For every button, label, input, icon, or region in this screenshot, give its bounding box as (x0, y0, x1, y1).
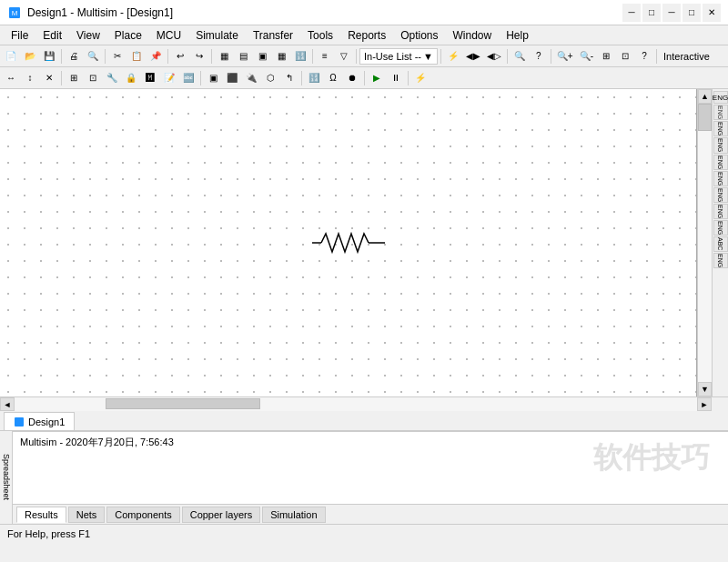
menu-place[interactable]: Place (107, 25, 149, 45)
t2-btn1[interactable]: ↔ (2, 69, 20, 87)
menu-reports[interactable]: Reports (340, 25, 393, 45)
new-btn[interactable]: 📄 (2, 47, 20, 65)
zoom-out-btn[interactable]: 🔍- (577, 47, 596, 65)
t2-btn16[interactable]: 🔢 (305, 69, 323, 87)
menu-tools[interactable]: Tools (300, 25, 340, 45)
menu-help[interactable]: Help (499, 25, 536, 45)
t2-btn18[interactable]: ⏺ (343, 69, 361, 87)
sep10 (656, 49, 657, 64)
app-icon: M (7, 5, 22, 20)
menu-options[interactable]: Options (393, 25, 445, 45)
zoom-q-btn[interactable]: ? (635, 47, 653, 65)
tb4-btn2[interactable]: ▤ (234, 47, 252, 65)
zoom-full-btn[interactable]: ⊡ (616, 47, 634, 65)
t2-btn8[interactable]: 🅼 (141, 69, 159, 87)
scroll-up-btn[interactable]: ▲ (698, 89, 712, 104)
zoom-fit-btn[interactable]: ⊞ (597, 47, 615, 65)
tb4-btn5[interactable]: 🔢 (291, 47, 309, 65)
tb6-btn1[interactable]: ⚡ (444, 47, 462, 65)
minimize-btn[interactable]: ─ (662, 4, 681, 22)
t2-btn11[interactable]: ▣ (204, 69, 222, 87)
simulate-pause-btn[interactable]: ⏸ (387, 69, 405, 87)
menu-simulate[interactable]: Simulate (188, 25, 246, 45)
undo-btn[interactable]: ↩ (171, 47, 189, 65)
rp-item-10[interactable]: ABC (713, 236, 728, 251)
copy-btn[interactable]: 📋 (127, 47, 146, 65)
rp-item-9[interactable]: ENG (713, 220, 728, 236)
tb6-btn3[interactable]: ◀▷ (484, 47, 504, 65)
horizontal-scrollbar[interactable]: ◄ ► (0, 396, 728, 411)
t2-btn5[interactable]: ⊡ (84, 69, 102, 87)
tb5-btn2[interactable]: ▽ (335, 47, 353, 65)
menu-transfer[interactable]: Transfer (246, 25, 300, 45)
rp-item-11[interactable]: ENG (713, 253, 728, 268)
canvas-grid (0, 89, 696, 396)
print-prev-btn[interactable]: 🔍 (84, 47, 102, 65)
inner-minimize-btn[interactable]: ─ (622, 4, 641, 22)
rp-item-5[interactable]: ENG (713, 155, 728, 170)
t2-btn19[interactable]: ⚡ (411, 69, 430, 87)
rp-item-6[interactable]: ENG (713, 171, 728, 186)
in-use-dropdown[interactable]: In-Use List -- ▼ (359, 48, 438, 65)
redo-btn[interactable]: ↪ (190, 47, 208, 65)
scroll-thumb[interactable] (698, 104, 712, 131)
zoom-in-btn[interactable]: 🔍+ (554, 47, 576, 65)
tb4-btn1[interactable]: ▦ (215, 47, 233, 65)
scroll-left-btn[interactable]: ◄ (0, 397, 15, 411)
scroll-down-btn[interactable]: ▼ (698, 382, 712, 396)
tb4-btn4[interactable]: ▦ (272, 47, 290, 65)
rp-item-7[interactable]: ENG (713, 187, 728, 203)
menu-file[interactable]: File (4, 25, 35, 45)
print-btn[interactable]: 🖨 (65, 47, 83, 65)
tb4-btn3[interactable]: ▣ (253, 47, 271, 65)
scroll-track[interactable] (698, 104, 712, 382)
simulate-run-btn[interactable]: ▶ (368, 69, 386, 87)
sep7 (440, 49, 441, 64)
rp-item-8[interactable]: ENG (713, 204, 728, 219)
btab-simulation[interactable]: Simulation (262, 507, 325, 523)
t2-btn12[interactable]: ⬛ (223, 69, 241, 87)
hscroll-thumb[interactable] (106, 398, 260, 409)
close-btn[interactable]: ✕ (703, 4, 721, 22)
btab-copper[interactable]: Copper layers (182, 507, 260, 523)
rp-item-2[interactable]: ENG (713, 105, 728, 120)
scroll-right-btn[interactable]: ► (697, 397, 712, 411)
rp-item-4[interactable]: ENG (713, 137, 728, 153)
t2-btn10[interactable]: 🔤 (179, 69, 197, 87)
rp-item-1[interactable]: ENG (713, 91, 728, 104)
vertical-scrollbar[interactable]: ▲ ▼ (697, 89, 712, 396)
t2-btn14[interactable]: ⬡ (261, 69, 279, 87)
btab-results[interactable]: Results (16, 507, 66, 523)
btab-components[interactable]: Components (106, 507, 179, 523)
design-tab-design1[interactable]: Design1 (4, 412, 75, 430)
t2-btn3[interactable]: ✕ (40, 69, 58, 87)
menu-edit[interactable]: Edit (35, 25, 69, 45)
t2-btn15[interactable]: ↰ (280, 69, 298, 87)
zoom-btn2[interactable]: ? (530, 47, 548, 65)
spreadsheet-label: Spreadsheet (2, 454, 11, 500)
menu-window[interactable]: Window (446, 25, 500, 45)
t2-btn17[interactable]: Ω (324, 69, 342, 87)
zoom-btn1[interactable]: 🔍 (511, 47, 529, 65)
t2-btn7[interactable]: 🔒 (122, 69, 140, 87)
restore-btn[interactable]: □ (682, 4, 701, 22)
rp-item-3[interactable]: ENG (713, 121, 728, 136)
t2-btn9[interactable]: 📝 (160, 69, 178, 87)
inner-restore-btn[interactable]: □ (642, 4, 661, 22)
t2-btn4[interactable]: ⊞ (65, 69, 83, 87)
btab-nets[interactable]: Nets (68, 507, 106, 523)
t2-btn2[interactable]: ↕ (21, 69, 39, 87)
tb6-btn2[interactable]: ◀▶ (463, 47, 483, 65)
menu-view[interactable]: View (69, 25, 107, 45)
paste-btn[interactable]: 📌 (147, 47, 165, 65)
tb5-btn1[interactable]: ≡ (316, 47, 334, 65)
open-btn[interactable]: 📂 (21, 47, 39, 65)
t2-btn13[interactable]: 🔌 (242, 69, 260, 87)
t2-btn6[interactable]: 🔧 (103, 69, 121, 87)
save-btn[interactable]: 💾 (40, 47, 58, 65)
cut-btn[interactable]: ✂ (108, 47, 126, 65)
spreadsheet-sidebar[interactable]: Spreadsheet (0, 431, 13, 524)
menu-mcu[interactable]: MCU (149, 25, 188, 45)
schematic-canvas[interactable] (0, 89, 697, 396)
hscroll-track[interactable] (15, 397, 697, 411)
